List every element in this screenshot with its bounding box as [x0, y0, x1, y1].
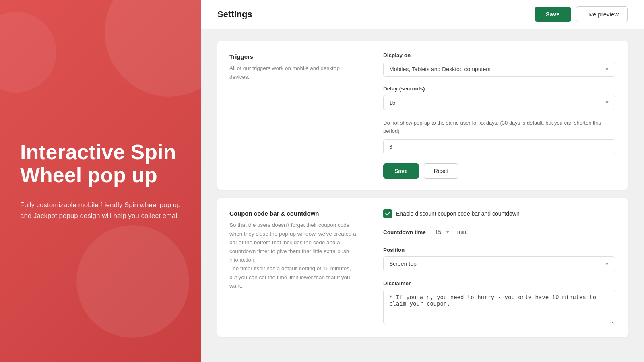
position-select-wrapper: Screen top Screen bottom ▼: [383, 256, 615, 272]
days-note: Do not show pop-up to the same user for …: [383, 119, 615, 135]
coupon-desc: So that the users doesn't forget their c…: [229, 221, 358, 290]
hero-title: Interactive Spin Wheel pop up: [20, 141, 181, 187]
triggers-section: Triggers All of our triggers work on mob…: [217, 41, 628, 190]
delay-group: Delay (seconds) 5 10 15 20 30 60 ▼: [383, 86, 615, 110]
delay-label: Delay (seconds): [383, 86, 615, 92]
settings-content: Triggers All of our triggers work on mob…: [201, 29, 644, 349]
countdown-select[interactable]: 5 10 15 20 30: [430, 226, 453, 238]
triggers-actions: Save Reset: [383, 163, 615, 179]
disclaimer-textarea[interactable]: * If you win, you need to hurry - you on…: [383, 290, 615, 324]
left-panel: Interactive Spin Wheel pop up Fully cust…: [0, 0, 201, 362]
enable-coupon-checkbox[interactable]: [383, 209, 392, 218]
coupon-section: Coupon code bar & countdown So that the …: [217, 198, 628, 337]
triggers-form: Display on Mobiles, Tablets and Desktop …: [370, 41, 628, 190]
right-panel: Settings Save Live preview Triggers All …: [201, 0, 644, 362]
display-on-label: Display on: [383, 52, 615, 58]
position-group: Position Screen top Screen bottom ▼: [383, 247, 615, 272]
coupon-label: Coupon code bar & countdown: [229, 210, 358, 217]
disclaimer-group: Disclaimer * If you win, you need to hur…: [383, 280, 615, 326]
countdown-select-wrapper: 5 10 15 20 30 ▼: [430, 226, 453, 238]
header-actions: Save Live preview: [535, 6, 628, 22]
coupon-form: Enable discount coupon code bar and coun…: [370, 198, 628, 337]
page-title: Settings: [217, 9, 252, 20]
disclaimer-label: Disclaimer: [383, 280, 615, 286]
checkmark-icon: [385, 211, 390, 216]
days-input[interactable]: [383, 139, 615, 154]
days-group: Do not show pop-up to the same user for …: [383, 119, 615, 154]
countdown-inline-row: Countdown time 5 10 15 20 30 ▼ min.: [383, 226, 615, 238]
hero-desc: Fully customizable mobile friendly Spin …: [20, 200, 181, 221]
countdown-unit: min.: [457, 229, 468, 235]
triggers-reset-button[interactable]: Reset: [424, 163, 459, 179]
position-select[interactable]: Screen top Screen bottom: [383, 256, 615, 272]
header-save-button[interactable]: Save: [535, 7, 571, 22]
triggers-description: Triggers All of our triggers work on mob…: [217, 41, 370, 190]
countdown-label: Countdown time: [383, 229, 426, 235]
delay-select-wrapper: 5 10 15 20 30 60 ▼: [383, 95, 615, 110]
display-on-select-wrapper: Mobiles, Tablets and Desktop computers D…: [383, 62, 615, 77]
triggers-save-button[interactable]: Save: [383, 163, 419, 179]
display-on-group: Display on Mobiles, Tablets and Desktop …: [383, 52, 615, 77]
triggers-desc: All of our triggers work on mobile and d…: [229, 64, 358, 81]
countdown-group: Countdown time 5 10 15 20 30 ▼ min.: [383, 226, 615, 238]
coupon-description: Coupon code bar & countdown So that the …: [217, 198, 370, 337]
enable-coupon-label: Enable discount coupon code bar and coun…: [396, 210, 520, 217]
position-label: Position: [383, 247, 615, 253]
delay-select[interactable]: 5 10 15 20 30 60: [383, 95, 615, 110]
triggers-label: Triggers: [229, 53, 358, 60]
settings-header: Settings Save Live preview: [201, 0, 644, 29]
display-on-select[interactable]: Mobiles, Tablets and Desktop computers D…: [383, 62, 615, 77]
enable-coupon-row: Enable discount coupon code bar and coun…: [383, 209, 615, 218]
live-preview-button[interactable]: Live preview: [576, 6, 628, 22]
